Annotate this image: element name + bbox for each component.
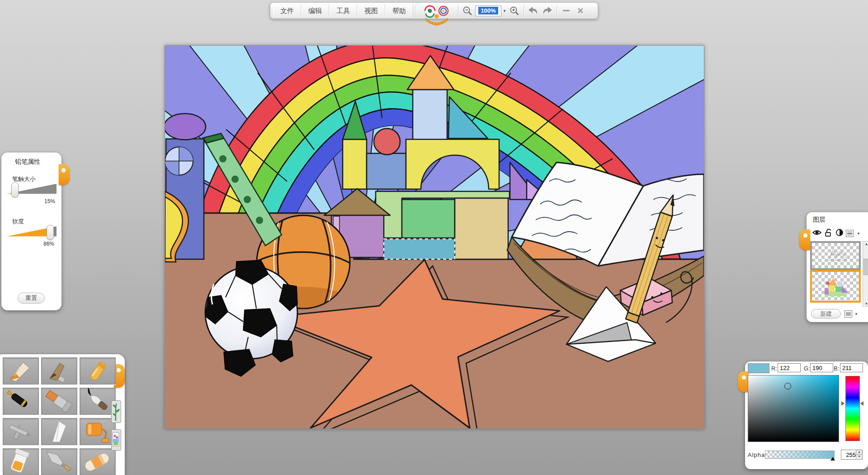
tool-airbrush[interactable] [3,418,39,445]
clown-face-art [420,4,453,30]
red-field[interactable] [778,363,801,372]
toolbar: 文件 编辑 工具 视图 帮助 100% ▾ [270,2,598,19]
tool-grid [3,357,115,475]
undo-button[interactable] [526,4,540,17]
layer-menu-icon[interactable] [846,230,854,237]
minimize-button[interactable] [559,4,573,17]
scrollbar-thumb[interactable] [863,259,868,275]
layer-options-icon[interactable] [844,310,852,318]
sv-marker[interactable] [784,383,791,390]
layers-panel-title: 图层 [813,216,826,224]
menu-edit[interactable]: 编辑 [301,4,329,17]
blue-label: B: [834,365,839,372]
alpha-gradient [765,451,834,458]
stamp-tool-plant-button[interactable] [111,400,121,423]
redo-button[interactable] [540,4,555,17]
minimize-icon [563,10,570,11]
saturation-value-picker[interactable] [748,375,839,442]
layer-options-caret[interactable]: ▾ [854,312,859,316]
alpha-field[interactable] [841,450,857,459]
green-field[interactable] [810,363,833,372]
reset-button[interactable]: 重置 [18,293,45,304]
alpha-spinner[interactable]: ▲▼ [856,450,862,458]
brush-size-slider[interactable] [7,182,57,197]
brush-size-value: 15% [44,198,55,204]
blue-field[interactable] [840,363,863,372]
scroll-down-icon[interactable]: ▼ [863,302,868,306]
tool-paint-roller[interactable] [80,418,116,445]
panel-handle[interactable] [799,229,810,250]
spin-up-icon[interactable]: ▲ [856,450,862,454]
panel-handle[interactable] [59,164,70,185]
layer-item-sketch[interactable] [810,241,861,270]
eye-icon[interactable] [812,228,822,238]
layer-menu-caret[interactable]: ▾ [856,231,861,236]
toolbar-separator [458,5,458,17]
drawing-canvas[interactable] [165,45,704,429]
close-icon: × [578,5,584,17]
menu-tools[interactable]: 工具 [329,4,357,17]
menu-help[interactable]: 帮助 [385,4,413,17]
tool-crayon[interactable] [80,357,116,385]
tool-ink-brush[interactable] [80,388,116,415]
current-color-swatch [748,363,769,373]
zoom-level-value: 100% [478,7,498,14]
softness-slider[interactable] [7,225,57,239]
menu-view[interactable]: 视图 [357,4,385,17]
hue-bar[interactable] [845,376,860,441]
hue-marker-left[interactable] [841,401,844,406]
layers-panel: 图层 ▾ ▲ ▼ 新建 ▾ [807,212,868,322]
spin-down-icon[interactable]: ▼ [856,454,862,459]
zoom-out-icon [462,6,472,16]
tool-palette-knife[interactable] [41,448,77,475]
layer-list [810,241,861,303]
close-button[interactable]: × [573,4,588,17]
hue-marker-right[interactable] [860,401,863,406]
alpha-marker[interactable] [830,457,835,461]
zoom-dropdown-caret[interactable]: ▾ [502,9,507,13]
panel-handle[interactable] [738,371,749,392]
toolbar-separator [415,5,415,17]
redo-icon [542,6,553,16]
pencil-panel-title: 铅笔属性 [15,158,40,166]
layer-item-color[interactable] [810,270,861,303]
tool-charcoal-pencil[interactable] [41,357,77,385]
stamp-tool-picture-button[interactable] [111,429,121,451]
undo-icon [527,6,539,16]
tool-paint-cone[interactable] [41,418,77,445]
tool-paint-bottle[interactable] [3,448,39,475]
zoom-in-icon [509,6,519,16]
canvas-artwork [165,46,704,428]
green-label: G: [804,365,810,372]
toolbar-separator [524,5,524,17]
selection-marquee[interactable] [384,239,455,259]
menu-file[interactable]: 文件 [273,4,301,17]
tool-palette-panel [0,354,125,475]
brush-size-slider-thumb[interactable] [11,182,19,197]
color-picker-panel: R: G: B: Alpha ▲▼ [745,361,868,469]
zoom-in-button[interactable] [507,4,522,17]
alpha-label: Alpha [748,451,765,458]
pencil-properties-panel: 铅笔属性 笔触大小 15% 软度 86% 重置 [1,152,61,310]
tool-pencil[interactable] [3,357,39,385]
tool-eraser[interactable] [80,448,116,475]
scroll-up-icon[interactable]: ▲ [863,242,868,246]
layers-scrollbar[interactable]: ▲ ▼ [863,241,868,307]
tool-fountain-pen[interactable] [3,388,39,415]
alpha-value-box: ▲▼ [841,450,863,460]
clown-handle-icon[interactable] [420,4,453,18]
zoom-level-input[interactable]: 100% [475,5,501,16]
new-layer-button[interactable]: 新建 [811,309,841,318]
softness-value: 86% [43,241,54,247]
tool-flat-brush[interactable] [41,388,77,415]
zoom-out-button[interactable] [460,4,475,17]
softness-slider-thumb[interactable] [47,225,54,240]
red-label: R: [771,365,777,372]
lock-icon[interactable] [824,228,833,238]
opacity-icon[interactable] [835,228,844,238]
alpha-slider[interactable] [765,451,835,459]
toolbar-separator [557,5,557,17]
